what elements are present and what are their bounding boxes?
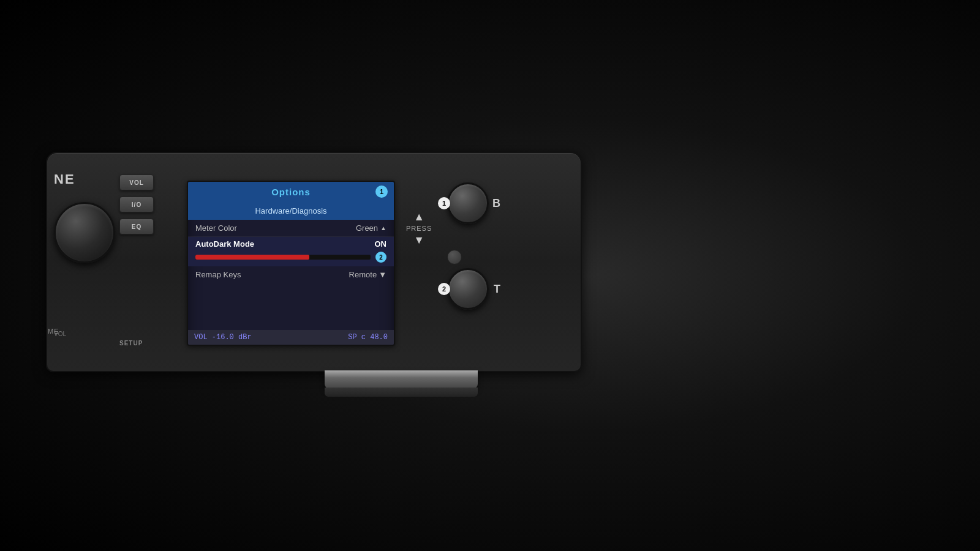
- remap-keys-arrow: ▼: [379, 270, 386, 279]
- progress-bar-fill: [195, 255, 309, 260]
- meter-color-label: Meter Color: [195, 223, 237, 233]
- button1-badge: 1: [438, 197, 450, 209]
- button1-letter: B: [492, 197, 500, 210]
- vol-button-label: VOL: [129, 179, 144, 186]
- lcd-status-right: SP c 48.0: [348, 333, 388, 342]
- device-logo: NE: [54, 171, 75, 187]
- remap-keys-value: Remote ▼: [349, 270, 386, 279]
- small-dot-button[interactable]: [447, 250, 462, 264]
- progress-row: 2: [188, 250, 394, 266]
- button-2[interactable]: 2 T: [447, 268, 489, 310]
- meter-color-row[interactable]: Meter Color Green ▲: [188, 220, 394, 237]
- me-label: ME: [48, 328, 59, 335]
- scene: NE VOL VOL I/O EQ SETUP ME Options 1 Har…: [0, 0, 980, 551]
- autodark-row[interactable]: AutoDark Mode ON: [188, 237, 394, 250]
- press-label: PRESS: [406, 225, 432, 232]
- button2-container: 2 T: [447, 268, 489, 310]
- nav-arrows-group: ▲ PRESS ▼: [406, 211, 432, 246]
- arrow-up-icon[interactable]: ▲: [413, 211, 424, 222]
- setup-label: SETUP: [119, 340, 143, 347]
- autodark-label: AutoDark Mode: [195, 239, 254, 249]
- lcd-header: Options 1: [188, 182, 394, 202]
- device-stand-foot: [325, 388, 478, 397]
- lcd-status-bar: VOL -16.0 dBr SP c 48.0: [188, 330, 394, 345]
- io-button[interactable]: I/O: [119, 197, 154, 212]
- meter-color-value: Green ▲: [356, 223, 386, 233]
- eq-button[interactable]: EQ: [119, 219, 154, 234]
- arrow-down-icon[interactable]: ▼: [413, 234, 424, 246]
- progress-badge: 2: [375, 252, 386, 263]
- io-button-label: I/O: [132, 201, 141, 208]
- progress-bar-bg: [195, 255, 371, 260]
- meter-color-arrow: ▲: [380, 225, 386, 231]
- lcd-title: Options: [271, 187, 311, 197]
- lcd-display: Options 1 Hardware/Diagnosis Meter Color…: [187, 181, 395, 346]
- side-nav: VOL I/O EQ: [119, 174, 154, 234]
- remap-keys-label: Remap Keys: [195, 270, 241, 279]
- lcd-status-left: VOL -16.0 dBr: [194, 333, 252, 342]
- lcd-header-badge: 1: [375, 186, 388, 198]
- autodark-value: ON: [375, 239, 387, 249]
- button1-container: 1 B: [447, 182, 489, 224]
- hardware-diagnosis-label: Hardware/Diagnosis: [255, 206, 326, 216]
- vol-button[interactable]: VOL: [119, 174, 154, 190]
- button-1[interactable]: 1 B: [447, 182, 489, 224]
- remap-keys-row[interactable]: Remap Keys Remote ▼: [188, 266, 394, 283]
- eq-button-label: EQ: [132, 223, 141, 230]
- device-stand: [325, 370, 478, 389]
- button2-badge: 2: [438, 283, 450, 295]
- volume-knob[interactable]: [54, 202, 115, 263]
- hardware-diagnosis-row[interactable]: Hardware/Diagnosis: [188, 202, 394, 220]
- button2-letter: T: [494, 283, 500, 296]
